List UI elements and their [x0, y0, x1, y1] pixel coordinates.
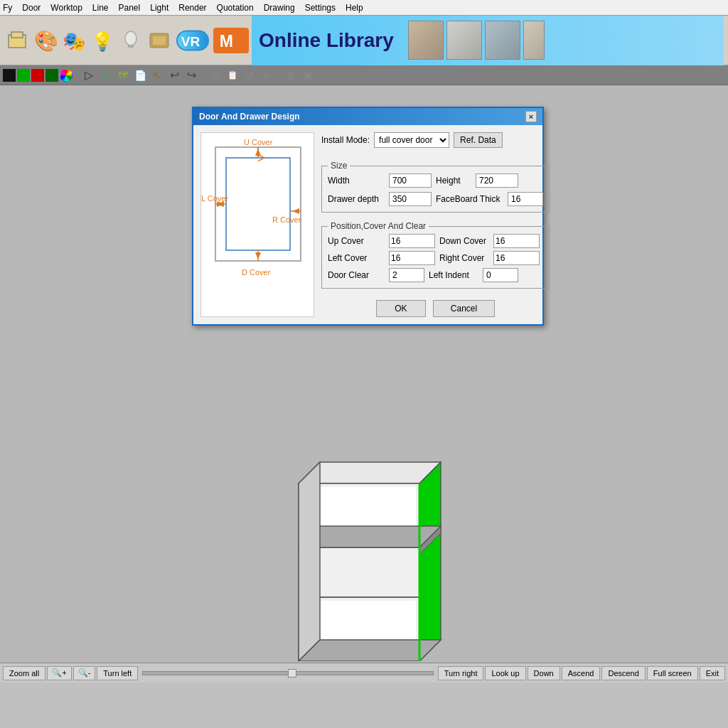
main-canvas: Door And Drawer Design × U Cover D C: [0, 85, 728, 682]
svg-marker-13: [419, 462, 441, 661]
tb2-copy[interactable]: ⧉: [208, 68, 223, 83]
descend-button[interactable]: Descend: [601, 666, 645, 680]
toolbar-icon-photo[interactable]: [146, 28, 172, 53]
menu-bar: Fy Door Worktop Line Panel Light Render …: [0, 0, 728, 16]
tb2-green[interactable]: [17, 69, 30, 82]
tb2-paste[interactable]: 📋: [225, 68, 240, 83]
menu-light[interactable]: Light: [150, 3, 168, 13]
view-slider[interactable]: [142, 671, 434, 675]
menu-render[interactable]: Render: [178, 3, 206, 13]
svg-text:M: M: [220, 31, 233, 50]
menu-help[interactable]: Help: [346, 3, 363, 13]
svg-text:U Cover: U Cover: [244, 138, 273, 146]
tb2-star[interactable]: ✦: [98, 68, 114, 83]
up-cover-select-wrapper: 1680: [389, 234, 435, 248]
zoom-out-button[interactable]: 🔍-: [73, 666, 96, 680]
svg-text:R Cover: R Cover: [272, 215, 301, 224]
drawer-depth-input[interactable]: [389, 192, 432, 206]
ascend-button[interactable]: Ascend: [562, 666, 601, 680]
online-library-banner: Online Library: [252, 16, 724, 65]
clear-row: Door Clear Left Indent: [328, 268, 543, 282]
down-button[interactable]: Down: [528, 666, 560, 680]
slider-thumb[interactable]: [288, 669, 296, 678]
menu-fy[interactable]: Fy: [3, 3, 12, 13]
tb2-grid2[interactable]: ▣: [300, 68, 316, 83]
ok-button[interactable]: OK: [376, 300, 426, 317]
tb2-arrow[interactable]: ▷: [81, 68, 97, 83]
left-cover-select-wrapper: 1680: [389, 251, 435, 265]
tb2-map[interactable]: 🗺: [115, 68, 131, 83]
door-diagram: U Cover D Cover L Cover R Cover: [200, 132, 314, 317]
down-cover-label: Down Cover: [439, 236, 489, 246]
zoom-in-button[interactable]: 🔍+: [47, 666, 71, 680]
left-indent-input[interactable]: [483, 268, 518, 282]
install-mode-select[interactable]: full cover door half cover door inset do…: [374, 132, 449, 148]
svg-rect-25: [226, 158, 290, 250]
tb2-redo[interactable]: ↪: [183, 68, 199, 83]
tb2-refresh[interactable]: ↺: [242, 68, 257, 83]
toolbar-icon-vr[interactable]: VR: [175, 28, 210, 53]
toolbar-icon-2[interactable]: 🎨: [33, 28, 58, 53]
menu-drawing[interactable]: Drawing: [264, 3, 295, 13]
svg-rect-8: [153, 36, 166, 45]
menu-line[interactable]: Line: [92, 3, 109, 13]
tb2-cursor2[interactable]: ↖: [149, 68, 165, 83]
up-cover-select[interactable]: 1680: [389, 234, 435, 248]
tb2-red[interactable]: [31, 69, 44, 82]
width-label: Width: [328, 176, 385, 186]
tb2-plus[interactable]: +: [259, 68, 274, 83]
size-legend: Size: [328, 161, 350, 171]
tb2-black[interactable]: [3, 69, 16, 82]
look-up-button[interactable]: Look up: [485, 666, 525, 680]
menu-door[interactable]: Door: [22, 3, 41, 13]
zoom-all-button[interactable]: Zoom all: [3, 666, 46, 680]
tb2-page[interactable]: 📄: [132, 68, 148, 83]
left-cover-select[interactable]: 1680: [389, 251, 435, 265]
lib-thumb-3: [485, 21, 520, 60]
dialog-close-button[interactable]: ×: [525, 111, 537, 122]
lib-thumb-1: [408, 21, 444, 60]
turn-right-button[interactable]: Turn right: [438, 666, 484, 680]
cover-row-1: Up Cover 1680 Down Cover 1680: [328, 234, 543, 248]
menu-worktop[interactable]: Worktop: [50, 3, 82, 13]
svg-marker-21: [299, 462, 320, 661]
width-input[interactable]: [389, 173, 432, 188]
faceboard-thick-input[interactable]: [508, 192, 543, 206]
door-clear-label: Door Clear: [328, 270, 385, 280]
toolbar-icon-1[interactable]: [4, 28, 30, 53]
menu-quotation[interactable]: Quotation: [217, 3, 254, 13]
toolbar-icon-3[interactable]: 🎭: [61, 28, 87, 53]
height-input[interactable]: [476, 173, 518, 188]
full-screen-button[interactable]: Full screen: [647, 666, 698, 680]
left-indent-label: Left Indent: [429, 270, 478, 280]
right-cover-select[interactable]: 1680: [493, 251, 540, 265]
faceboard-thick-label: FaceBoard Thick: [436, 194, 503, 204]
toolbar-icon-light2[interactable]: [118, 28, 144, 53]
zoom-out-icon: 🔍-: [78, 668, 91, 678]
height-label: Height: [436, 176, 471, 186]
tb2-grid1[interactable]: ⊞: [283, 68, 299, 83]
turn-left-button[interactable]: Turn left: [97, 666, 138, 680]
down-cover-select[interactable]: 1680: [493, 234, 540, 248]
right-cover-select-wrapper: 1680: [493, 251, 540, 265]
tb2-multicolor[interactable]: [60, 69, 73, 82]
install-mode-label: Install Mode:: [321, 135, 370, 145]
menu-panel[interactable]: Panel: [119, 3, 141, 13]
cancel-button[interactable]: Cancel: [433, 300, 495, 317]
tb2-darkgreen[interactable]: [46, 69, 58, 82]
up-cover-label: Up Cover: [328, 236, 385, 246]
door-drawer-design-dialog: Door And Drawer Design × U Cover D C: [192, 107, 544, 326]
tb2-undo[interactable]: ↩: [166, 68, 182, 83]
svg-text:🎭: 🎭: [63, 30, 85, 52]
size-row-2: Drawer depth FaceBoard Thick: [328, 192, 543, 206]
toolbar-icon-light1[interactable]: 💡: [90, 28, 115, 53]
menu-settings[interactable]: Settings: [305, 3, 336, 13]
ref-data-button[interactable]: Ref. Data: [454, 132, 503, 148]
svg-text:💡: 💡: [91, 30, 114, 52]
cabinet-3d-preview: [277, 455, 455, 661]
exit-button[interactable]: Exit: [700, 666, 725, 680]
door-clear-input[interactable]: [389, 268, 424, 282]
svg-point-5: [125, 31, 136, 46]
toolbar-icon-m[interactable]: M: [213, 28, 249, 53]
size-row-1: Width Height: [328, 173, 543, 188]
